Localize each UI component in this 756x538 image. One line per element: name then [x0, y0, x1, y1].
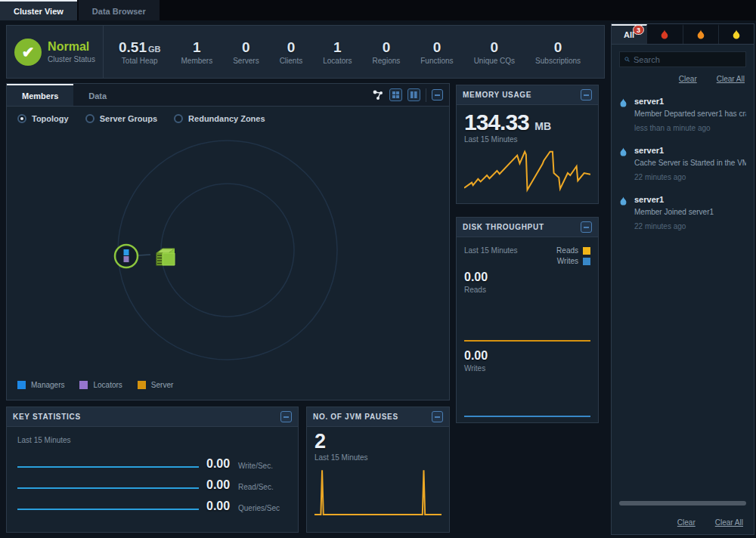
search-box [619, 51, 746, 67]
stat-clients: 0 Clients [280, 39, 303, 65]
tab-error-alerts[interactable] [683, 24, 719, 44]
cluster-stats: 0.51GB Total Heap 1 Members 0 Servers 0 … [104, 26, 604, 78]
tab-all-notifications[interactable]: All3 [612, 24, 647, 44]
radio-topology-control[interactable] [17, 114, 26, 123]
keystats-row-write: 0.00 Write/Sec. [17, 457, 290, 472]
cluster-header: ✔ Normal Cluster Status 0.51GB Total Hea… [6, 25, 605, 79]
notification-count-badge: 3 [633, 25, 644, 35]
legend-writes: Writes [556, 257, 590, 265]
jvm-window-label: Last 15 Minutes [314, 453, 442, 462]
stat-total-heap: 0.51GB Total Heap [119, 39, 160, 65]
disk-legend: Reads Writes [556, 246, 590, 267]
jvm-pauses-header: NO. OF JVM PAUSES [307, 407, 449, 427]
write-sec-chart-line [17, 466, 199, 468]
notification-item-1[interactable]: server1 Member Departed server1 has cras… [612, 91, 754, 140]
topology-outer-ring [118, 141, 337, 360]
topology-view-options: Topology Server Groups Redundancy Zones [17, 114, 265, 123]
members-tab-bar: Members Data [6, 83, 450, 106]
error-flame-icon [696, 29, 705, 40]
memory-collapse-button[interactable] [581, 89, 592, 100]
grid-view-icon[interactable] [389, 88, 402, 101]
cluster-status-label: Cluster Status [48, 55, 95, 63]
jvm-collapse-button[interactable] [432, 411, 443, 422]
memory-value: 134.33 [464, 110, 529, 134]
notification-scrollbar[interactable] [619, 501, 746, 506]
radio-redundancy-zones-control[interactable] [174, 114, 183, 123]
notification-flame-icon [619, 98, 627, 108]
clear-link-bottom[interactable]: Clear [677, 518, 696, 527]
disk-throughput-panel: DISK THROUGHPUT Last 15 Minutes Reads Wr… [456, 217, 599, 423]
jvm-pauses-chart [314, 468, 442, 516]
topology-legend: Managers Locators Server [17, 381, 173, 389]
managers-swatch [17, 381, 26, 389]
writes-swatch [583, 258, 590, 265]
member-node-locator-manager[interactable] [115, 245, 138, 267]
tab-severe-alerts[interactable] [647, 24, 683, 44]
stat-functions: 0 Functions [420, 39, 453, 65]
read-sec-chart-line [17, 487, 199, 489]
keystats-collapse-button[interactable] [280, 411, 292, 422]
tab-cluster-view[interactable]: Cluster View [0, 0, 77, 20]
members-collapse-button[interactable] [432, 89, 443, 100]
keystats-window-label: Last 15 Minutes [17, 436, 71, 444]
clear-all-link-bottom[interactable]: Clear All [715, 518, 743, 527]
tab-data[interactable]: Data [73, 84, 122, 106]
clear-link-top[interactable]: Clear [679, 75, 697, 83]
key-statistics-panel: KEY STATISTICS Last 15 Minutes 0.00 Writ… [6, 407, 299, 533]
status-check-icon: ✔ [14, 39, 42, 66]
disk-reads-label: Reads [464, 286, 486, 294]
radio-server-groups-control[interactable] [85, 114, 94, 123]
topology-inner-ring [161, 184, 294, 317]
memory-usage-panel: MEMORY USAGE 134.33 MB Last 15 Minutes [456, 85, 599, 204]
member-node-server[interactable] [156, 249, 175, 265]
notification-list: server1 Member Departed server1 has cras… [612, 91, 754, 496]
notification-search-row [612, 45, 754, 70]
stat-locators: 1 Locators [323, 39, 352, 65]
legend-reads: Reads [556, 246, 590, 255]
search-icon [624, 55, 630, 63]
reads-swatch [583, 247, 590, 255]
notification-item-2[interactable]: server1 Cache Server is Started in the V… [612, 140, 754, 189]
stat-unique-cqs: 0 Unique CQs [474, 39, 515, 65]
notifications-panel: All3 Clear Clear All [611, 23, 754, 535]
tab-members[interactable]: Members [7, 84, 73, 106]
search-input[interactable] [634, 55, 741, 64]
disk-writes-value: 0.00 [464, 349, 488, 363]
topology-view-icon[interactable] [372, 89, 384, 101]
topology-edge [138, 255, 150, 255]
jvm-pauses-value: 2 [314, 430, 442, 453]
locators-swatch [79, 381, 88, 389]
column-view-icon[interactable] [407, 88, 420, 101]
memory-unit: MB [534, 120, 551, 132]
legend-server: Server [138, 381, 173, 389]
members-panel: Members Data [6, 83, 450, 400]
radio-server-groups[interactable]: Server Groups [85, 114, 157, 123]
disk-reads-value: 0.00 [464, 271, 488, 284]
notification-clear-row-top: Clear Clear All [612, 70, 754, 86]
toolbar-divider [426, 88, 426, 102]
warning-flame-icon [732, 29, 741, 40]
topology-graph [7, 107, 449, 400]
notification-flame-icon [619, 147, 627, 157]
notification-item-3[interactable]: server1 Member Joined server1 22 minutes… [612, 189, 754, 238]
disk-collapse-button[interactable] [581, 221, 592, 233]
server-swatch [138, 381, 146, 389]
stat-members: 1 Members [181, 39, 212, 65]
keystats-row-queries: 0.00 Queries/Sec [17, 499, 290, 515]
queries-sec-chart-line [17, 509, 199, 510]
radio-redundancy-zones[interactable]: Redundancy Zones [174, 114, 265, 123]
disk-writes-label: Writes [464, 364, 485, 373]
members-toolbar [372, 84, 449, 106]
disk-throughput-header: DISK THROUGHPUT [457, 218, 598, 237]
notification-flame-icon [619, 196, 627, 206]
cluster-status-value: Normal [48, 40, 95, 54]
topology-canvas: Topology Server Groups Redundancy Zones … [6, 106, 450, 400]
cluster-status: ✔ Normal Cluster Status [7, 26, 104, 78]
notification-tabs: All3 [612, 24, 754, 45]
clear-all-link-top[interactable]: Clear All [717, 75, 745, 83]
radio-topology[interactable]: Topology [17, 114, 69, 123]
keystats-row-read: 0.00 Read/Sec. [17, 478, 290, 493]
tab-data-browser[interactable]: Data Browser [79, 0, 160, 20]
tab-warning-alerts[interactable] [719, 24, 754, 44]
memory-window-label: Last 15 Minutes [464, 135, 590, 144]
